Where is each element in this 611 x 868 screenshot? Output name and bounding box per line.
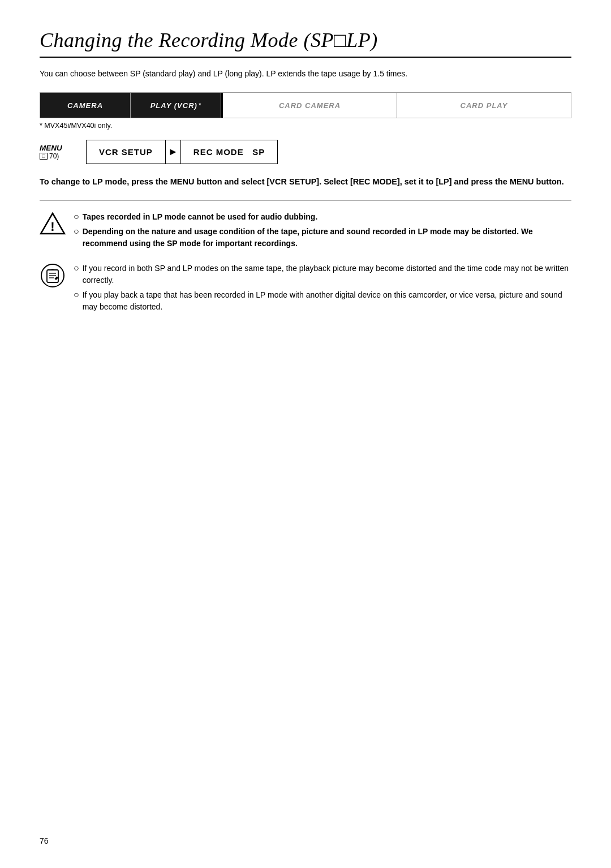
- note-icon: [40, 263, 66, 289]
- tab-play-vcr[interactable]: PLAY (VCR)*: [131, 93, 221, 118]
- tab-play-vcr-label: PLAY (VCR): [150, 101, 197, 110]
- instruction-text: To change to LP mode, press the MENU but…: [40, 175, 571, 188]
- warning-content: ○ Tapes recorded in LP mode cannot be us…: [74, 211, 571, 252]
- footnote: * MVX45i/MVX40i only.: [40, 122, 571, 130]
- intro-paragraph: You can choose between SP (standard play…: [40, 68, 571, 80]
- tab-card-camera[interactable]: CARD CAMERA: [223, 93, 397, 118]
- warning-item-1: ○ Tapes recorded in LP mode cannot be us…: [74, 211, 571, 223]
- warning-icon: !: [40, 211, 66, 237]
- tab-card-play-label: CARD PLAY: [461, 101, 508, 110]
- tab-card-camera-label: CARD CAMERA: [279, 101, 341, 110]
- note-block: ○ If you record in both SP and LP modes …: [40, 263, 571, 316]
- menu-arrow-icon: ►: [165, 140, 181, 164]
- ref-icon: □: [40, 153, 48, 160]
- asterisk: *: [199, 102, 201, 109]
- note-item-2: ○ If you play back a tape that has been …: [74, 289, 571, 313]
- title-divider: [40, 57, 571, 58]
- menu-step-rec-mode: REC MODE SP: [181, 141, 277, 162]
- menu-page-ref: 70): [49, 152, 59, 160]
- tab-card-play[interactable]: CARD PLAY: [397, 93, 571, 118]
- menu-steps-box: VCR SETUP ► REC MODE SP: [86, 140, 278, 164]
- warning-block: ! ○ Tapes recorded in LP mode cannot be …: [40, 211, 571, 252]
- note-item-1: ○ If you record in both SP and LP modes …: [74, 263, 571, 286]
- page-title: Changing the Recording Mode (SP□LP): [40, 28, 571, 52]
- menu-label-box: MENU □ 70): [40, 144, 79, 160]
- menu-step-vcr-setup: VCR SETUP: [87, 141, 165, 162]
- svg-text:!: !: [50, 220, 54, 234]
- section-divider: [40, 200, 571, 201]
- menu-ref: □ 70): [40, 152, 59, 160]
- tab-camera-label: CAMERA: [67, 101, 103, 110]
- mode-selector-bar: CAMERA PLAY (VCR)* CARD CAMERA CARD PLAY: [40, 92, 571, 118]
- page-number: 76: [40, 836, 49, 845]
- tab-camera[interactable]: CAMERA: [40, 93, 131, 118]
- svg-rect-3: [47, 270, 58, 282]
- note-content: ○ If you record in both SP and LP modes …: [74, 263, 571, 316]
- warning-item-2: ○ Depending on the nature and usage cond…: [74, 226, 571, 250]
- menu-label: MENU: [40, 144, 62, 152]
- menu-diagram: MENU □ 70) VCR SETUP ► REC MODE SP: [40, 140, 571, 164]
